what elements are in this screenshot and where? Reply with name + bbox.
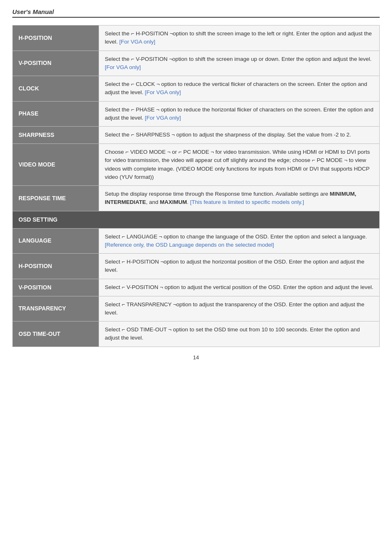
desc-cell: Select the ⌐ H-POSITION ¬option to shift…: [99, 25, 380, 51]
table-row: RESPONSE TIMESetup the display response …: [13, 186, 380, 211]
desc-cell: Select the ⌐ V-POSITION ¬option to shift…: [99, 51, 380, 76]
table-row: OSD TIME-OUTSelect ⌐ OSD TIME-OUT ¬ opti…: [13, 321, 380, 347]
label-cell: PHASE: [13, 101, 99, 127]
desc-cell: Select ⌐ LANGUAGE ¬ option to change the…: [99, 228, 380, 254]
page-footer: 14: [12, 354, 380, 361]
desc-cell: Select ⌐ H-POSITION ¬option to adjust th…: [99, 254, 380, 279]
label-cell: V-POSITION: [13, 51, 99, 76]
table-row: H-POSITIONSelect ⌐ H-POSITION ¬option to…: [13, 254, 380, 279]
table-row: TRANSPARENCYSelect ⌐ TRANSPARENCY ¬optio…: [13, 296, 380, 321]
label-cell: OSD TIME-OUT: [13, 321, 99, 347]
page-title: User's Manual: [12, 8, 54, 15]
desc-cell: Select the ⌐ CLOCK ¬ option to reduce th…: [99, 76, 380, 102]
desc-cell: Select the ⌐ PHASE ¬ option to reduce th…: [99, 101, 380, 127]
label-cell: TRANSPARENCY: [13, 296, 99, 321]
label-cell: SHARPNESS: [13, 127, 99, 144]
page-header: User's Manual: [12, 8, 380, 18]
desc-cell: Select the ⌐ SHARPNESS ¬ option to adjus…: [99, 127, 380, 144]
table-row: VIDEO MODEChoose ⌐ VIDEO MODE ¬ or ⌐ PC …: [13, 144, 380, 186]
page-number: 14: [193, 354, 199, 361]
table-row: PHASESelect the ⌐ PHASE ¬ option to redu…: [13, 101, 380, 127]
desc-cell: Select ⌐ OSD TIME-OUT ¬ option to set th…: [99, 321, 380, 347]
label-cell: LANGUAGE: [13, 228, 99, 254]
label-cell: H-POSITION: [13, 25, 99, 51]
section-header: OSD SETTING: [13, 211, 380, 228]
desc-cell: Select ⌐ TRANSPARENCY ¬option to adjust …: [99, 296, 380, 321]
label-cell: CLOCK: [13, 76, 99, 102]
table-row: SHARPNESSSelect the ⌐ SHARPNESS ¬ option…: [13, 127, 380, 144]
label-cell: RESPONSE TIME: [13, 186, 99, 211]
label-cell: VIDEO MODE: [13, 144, 99, 186]
label-cell: V-POSITION: [13, 279, 99, 296]
desc-cell: Select ⌐ V-POSITION ¬ option to adjust t…: [99, 279, 380, 296]
section-header-row: OSD SETTING: [13, 211, 380, 228]
table-row: V-POSITIONSelect ⌐ V-POSITION ¬ option t…: [13, 279, 380, 296]
table-row: LANGUAGESelect ⌐ LANGUAGE ¬ option to ch…: [13, 228, 380, 254]
table-row: V-POSITIONSelect the ⌐ V-POSITION ¬optio…: [13, 51, 380, 76]
main-table: H-POSITIONSelect the ⌐ H-POSITION ¬optio…: [12, 25, 380, 347]
label-cell: H-POSITION: [13, 254, 99, 279]
table-row: H-POSITIONSelect the ⌐ H-POSITION ¬optio…: [13, 25, 380, 51]
desc-cell: Choose ⌐ VIDEO MODE ¬ or ⌐ PC MODE ¬ for…: [99, 144, 380, 186]
table-row: CLOCKSelect the ⌐ CLOCK ¬ option to redu…: [13, 76, 380, 102]
desc-cell: Setup the display response time through …: [99, 186, 380, 211]
